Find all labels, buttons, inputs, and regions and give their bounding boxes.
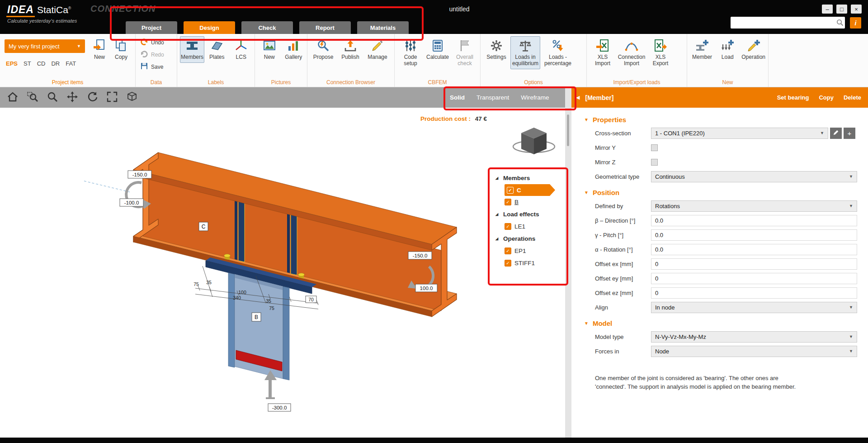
group-label-project-items: Project items bbox=[0, 79, 135, 86]
connection-import-curve-icon bbox=[624, 38, 639, 53]
mode-fat[interactable]: FAT bbox=[66, 60, 76, 67]
minimize-button[interactable]: – bbox=[822, 5, 833, 14]
search-input[interactable] bbox=[731, 18, 835, 28]
mirror-z-checkbox[interactable] bbox=[651, 159, 658, 166]
propose-button[interactable]: Propose bbox=[310, 36, 336, 63]
tree-item-le1[interactable]: ✓ LE1 bbox=[505, 220, 567, 233]
checkbox-le1[interactable]: ✓ bbox=[505, 223, 511, 230]
zoom-window-button[interactable] bbox=[25, 91, 40, 105]
document-title: untitled bbox=[449, 5, 469, 13]
checkbox-ep1[interactable]: ✓ bbox=[505, 248, 511, 254]
tab-project[interactable]: Project bbox=[126, 21, 177, 34]
defined-by-select[interactable]: Rotations ▼ bbox=[651, 200, 857, 212]
close-button[interactable]: × bbox=[851, 5, 862, 14]
copy-project-item-button[interactable]: Copy bbox=[110, 36, 132, 63]
chevron-down-icon: ▼ bbox=[849, 174, 853, 179]
tree-header-load-effects[interactable]: ◢ Load effects bbox=[495, 208, 567, 220]
offset-ey-input[interactable] bbox=[651, 273, 857, 284]
gamma-pitch-input[interactable] bbox=[651, 229, 857, 241]
overall-check-button[interactable]: Overall check bbox=[452, 36, 478, 69]
connection-import-button[interactable]: Connection Import bbox=[617, 36, 646, 69]
zoom-button[interactable] bbox=[45, 91, 60, 105]
mirror-y-checkbox[interactable] bbox=[651, 144, 658, 151]
model-type-select[interactable]: N-Vy-Vz-Mx-My-Mz ▼ bbox=[651, 331, 857, 343]
project-selector[interactable]: My very first project ▼ bbox=[5, 39, 85, 53]
maximize-button[interactable]: □ bbox=[836, 5, 847, 14]
geometrical-type-select[interactable]: Continuous ▼ bbox=[651, 171, 857, 182]
loads-in-equilibrium-button[interactable]: Loads in equilibrium bbox=[510, 36, 540, 69]
redo-button[interactable]: Redo bbox=[140, 50, 173, 59]
mode-eps[interactable]: EPS bbox=[6, 60, 18, 67]
tree-header-operations[interactable]: ◢ Operations bbox=[495, 233, 567, 245]
offset-ex-input[interactable] bbox=[651, 258, 857, 270]
copy-member-button[interactable]: Copy bbox=[819, 94, 834, 101]
tree-item-member-c[interactable]: ✓ C bbox=[505, 184, 550, 196]
view-mode-solid[interactable]: Solid bbox=[450, 94, 465, 101]
xls-import-button[interactable]: XLS Import bbox=[590, 36, 616, 69]
save-button[interactable]: Save bbox=[140, 62, 173, 71]
new-operation-button[interactable]: Operation bbox=[741, 36, 766, 63]
tab-design[interactable]: Design bbox=[184, 21, 235, 34]
view-mode-transparent[interactable]: Transparent bbox=[476, 94, 509, 101]
alpha-rotation-input[interactable] bbox=[651, 244, 857, 255]
offset-ez-input[interactable] bbox=[651, 287, 857, 299]
info-button[interactable]: i bbox=[850, 17, 861, 29]
section-position[interactable]: ▼ Position bbox=[571, 184, 868, 199]
align-select[interactable]: In node ▼ bbox=[651, 302, 857, 313]
members-labels-button[interactable]: Members bbox=[180, 36, 204, 63]
row-defined-by: Defined by Rotations ▼ bbox=[571, 199, 868, 213]
group-label-import-export: Import/Export loads bbox=[587, 79, 687, 86]
code-setup-button[interactable]: Code setup bbox=[397, 36, 424, 69]
delete-member-button[interactable]: Delete bbox=[844, 94, 861, 101]
tab-report[interactable]: Report bbox=[299, 21, 351, 34]
beta-direction-input[interactable] bbox=[651, 215, 857, 226]
plates-labels-button[interactable]: Plates bbox=[205, 36, 228, 63]
new-project-item-button[interactable]: New bbox=[89, 36, 110, 63]
undo-button[interactable]: Undo bbox=[140, 38, 173, 47]
mode-dr[interactable]: DR bbox=[51, 60, 60, 67]
tab-check[interactable]: Check bbox=[241, 21, 293, 34]
new-member-button[interactable]: Member bbox=[690, 36, 714, 63]
tree-item-stiff1[interactable]: ✓ STIFF1 bbox=[505, 257, 567, 269]
tree-item-ep1[interactable]: ✓ EP1 bbox=[505, 245, 567, 257]
edit-cross-section-button[interactable] bbox=[830, 128, 842, 139]
publish-button[interactable]: Publish bbox=[337, 36, 363, 63]
view-cube-button[interactable] bbox=[125, 91, 139, 105]
publish-upload-icon bbox=[343, 38, 358, 53]
navigation-cube[interactable] bbox=[513, 128, 555, 154]
tab-materials[interactable]: Materials bbox=[357, 21, 409, 34]
mode-cd[interactable]: CD bbox=[37, 60, 46, 67]
back-arrow-icon[interactable]: ◀ bbox=[576, 95, 580, 100]
panel-splitter[interactable] bbox=[565, 87, 571, 438]
gallery-button[interactable]: Gallery bbox=[282, 36, 306, 63]
section-model[interactable]: ▼ Model bbox=[571, 315, 868, 330]
row-model-type: Model type N-Vy-Vz-Mx-My-Mz ▼ bbox=[571, 330, 868, 343]
new-picture-button[interactable]: New bbox=[258, 36, 281, 63]
fit-view-button[interactable] bbox=[105, 91, 119, 105]
tree-item-member-b[interactable]: ✓ B bbox=[505, 196, 567, 208]
lcs-labels-button[interactable]: LCS bbox=[230, 36, 253, 63]
rotate-button[interactable] bbox=[85, 91, 99, 105]
checkbox-stiff1[interactable]: ✓ bbox=[505, 260, 511, 267]
new-load-button[interactable]: Load bbox=[715, 36, 740, 63]
pan-button[interactable] bbox=[65, 91, 80, 105]
checkbox-member-b[interactable]: ✓ bbox=[505, 199, 511, 205]
calculate-button[interactable]: Calculate bbox=[425, 36, 451, 63]
loads-percentage-button[interactable]: Loads - percentage bbox=[541, 36, 575, 69]
view-mode-wireframe[interactable]: Wireframe bbox=[521, 94, 549, 101]
add-cross-section-button[interactable]: + bbox=[844, 128, 855, 139]
checkbox-member-c[interactable]: ✓ bbox=[507, 187, 514, 194]
forces-in-select[interactable]: Node ▼ bbox=[651, 346, 857, 357]
xls-export-button[interactable]: XLS Export bbox=[647, 36, 674, 69]
tree-header-members[interactable]: ◢ Members bbox=[495, 172, 567, 184]
group-label-connection-browser: Connection Browser bbox=[307, 79, 394, 86]
set-bearing-button[interactable]: Set bearing bbox=[777, 94, 809, 101]
settings-button[interactable]: Settings bbox=[483, 36, 509, 63]
splitter-handle[interactable] bbox=[567, 114, 569, 146]
home-view-button[interactable] bbox=[5, 91, 20, 105]
viewport-3d[interactable]: 75 35 340 100 35 75 70 bbox=[0, 108, 565, 438]
manage-button[interactable]: Manage bbox=[364, 36, 391, 63]
cross-section-select[interactable]: 1 - CON1 (IPE220) ▼ bbox=[651, 128, 828, 139]
section-properties[interactable]: ▼ Properties bbox=[571, 111, 868, 126]
mode-st[interactable]: ST bbox=[24, 60, 31, 67]
